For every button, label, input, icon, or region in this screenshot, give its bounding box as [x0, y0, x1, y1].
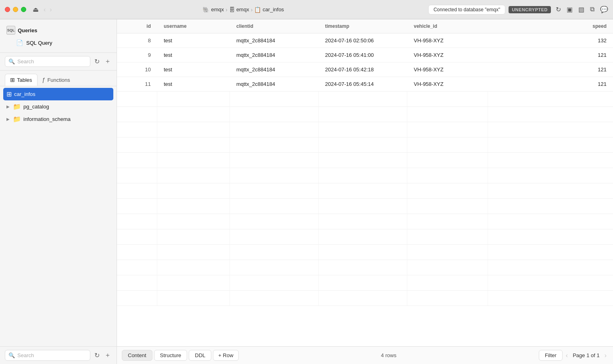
cell-vehicle-id: VH-958-XYZ [407, 62, 488, 77]
search-icon-top: 🔍 [8, 58, 15, 64]
sidebar-item-information-schema-label: information_schema [23, 116, 71, 122]
sql-file-icon: 📄 [16, 40, 23, 46]
maximize-button[interactable] [21, 7, 26, 12]
connection-badge: Connected to database "emqx" [428, 5, 505, 15]
main-layout: SQL Queries 📄 SQL Query 🔍 ↻ ＋ ⊞ [0, 19, 613, 364]
bottom-bar: Content Structure DDL + Row 4 rows Filte… [117, 346, 613, 364]
cell-username: test [157, 77, 230, 91]
sidebar-item-information-schema[interactable]: ▶ 📁 information_schema [3, 113, 113, 125]
pagination: ‹ Page 1 of 1 › [564, 351, 608, 360]
empty-row [117, 199, 613, 214]
cell-username: test [157, 62, 230, 77]
cell-clientid: mqttx_2c884184 [230, 62, 319, 77]
cell-id: 11 [117, 77, 157, 91]
refresh-icon[interactable]: ↻ [556, 6, 561, 13]
breadcrumb-sep-1: › [225, 6, 227, 13]
window-controls [5, 7, 26, 12]
breadcrumb-database-label: emqx [236, 6, 249, 12]
functions-tab-icon: ƒ [42, 77, 46, 83]
empty-row [117, 122, 613, 137]
cell-timestamp: 2024-07-16 05:42:18 [319, 62, 407, 77]
prev-page-button[interactable]: ‹ [564, 351, 569, 360]
breadcrumb-table[interactable]: 📋 car_infos [254, 6, 284, 13]
refresh-sidebar-button[interactable]: ↻ [94, 57, 100, 66]
empty-row [117, 214, 613, 229]
breadcrumb-sep-2: › [251, 6, 253, 13]
empty-row [117, 291, 613, 306]
tab-functions[interactable]: ƒ Functions [38, 74, 75, 86]
tab-content[interactable]: Content [122, 350, 152, 361]
empty-row [117, 260, 613, 275]
filter-button[interactable]: Filter [539, 350, 563, 361]
sidebar-item-car-infos-label: car_infos [14, 91, 35, 97]
cell-speed: 121 [488, 62, 613, 77]
empty-row [117, 153, 613, 168]
cell-speed: 121 [488, 48, 613, 62]
search-icon-bottom: 🔍 [8, 352, 15, 358]
sql-icon: SQL [6, 26, 15, 35]
minimize-button[interactable] [13, 7, 18, 12]
sidebar-item-pg-catalog-label: pg_catalog [23, 104, 49, 110]
titlebar-actions: ↻ ▣ ▧ ⧉ 💬 [556, 6, 608, 13]
cell-username: test [157, 33, 230, 48]
cell-id: 9 [117, 48, 157, 62]
page-label: Page 1 of 1 [573, 352, 600, 358]
table-row[interactable]: 8 test mqttx_2c884184 2024-07-16 02:50:0… [117, 33, 613, 48]
titlebar: ⏏ ‹ › 🐘 emqx › 🗄 emqx › 📋 car_infos Conn… [0, 0, 613, 19]
next-page-button[interactable]: › [603, 351, 608, 360]
sidebar-bottom-search: 🔍 ↻ ＋ [0, 346, 117, 364]
queries-section: SQL Queries 📄 SQL Query [0, 19, 117, 53]
empty-row [117, 245, 613, 260]
search-box-top[interactable]: 🔍 [5, 56, 90, 67]
expand-arrow-pg: ▶ [6, 104, 10, 109]
table-row[interactable]: 9 test mqttx_2c884184 2024-07-16 05:41:0… [117, 48, 613, 62]
expand-arrow-info: ▶ [6, 117, 10, 121]
empty-row [117, 229, 613, 245]
table-row[interactable]: 11 test mqttx_2c884184 2024-07-16 05:45:… [117, 77, 613, 92]
add-row-button[interactable]: + Row [213, 350, 238, 361]
sidebar-item-car-infos[interactable]: ⊞ car_infos [3, 88, 113, 100]
sidebar-items: ⊞ car_infos ▶ 📁 pg_catalog ▶ 📁 informati… [0, 86, 117, 346]
tab-structure[interactable]: Structure [154, 350, 188, 361]
tables-tab-label: Tables [17, 77, 32, 83]
cell-speed: 132 [488, 33, 613, 48]
refresh-bottom-button[interactable]: ↻ [94, 351, 100, 360]
table-icon: 📋 [254, 6, 261, 13]
nav-buttons: ‹ › [44, 6, 52, 13]
empty-row [117, 183, 613, 199]
chat-icon[interactable]: 💬 [600, 6, 608, 13]
cell-vehicle-id: VH-958-XYZ [407, 77, 488, 91]
col-header-timestamp: timestamp [319, 19, 407, 33]
cell-clientid: mqttx_2c884184 [230, 33, 319, 48]
cell-id: 8 [117, 33, 157, 48]
table-row[interactable]: 10 test mqttx_2c884184 2024-07-16 05:42:… [117, 62, 613, 77]
layout-right-icon[interactable]: ▧ [578, 6, 584, 13]
add-bottom-button[interactable]: ＋ [104, 350, 112, 360]
encrypted-badge: UNENCRYPTED [509, 6, 551, 13]
table-row-icon: ⊞ [6, 90, 12, 98]
eject-icon[interactable]: ⏏ [33, 6, 39, 13]
duplicate-icon[interactable]: ⧉ [590, 6, 594, 13]
col-header-speed: speed [488, 19, 613, 33]
table-header: id username clientid timestamp vehicle_i… [117, 19, 613, 33]
search-input-top[interactable] [17, 58, 87, 64]
back-button[interactable]: ‹ [44, 6, 46, 13]
tab-ddl[interactable]: DDL [189, 350, 211, 361]
search-box-bottom[interactable]: 🔍 [5, 350, 90, 361]
sidebar-item-pg-catalog[interactable]: ▶ 📁 pg_catalog [3, 100, 113, 113]
cell-clientid: mqttx_2c884184 [230, 77, 319, 91]
cell-timestamp: 2024-07-16 02:50:06 [319, 33, 407, 48]
empty-row [117, 168, 613, 183]
breadcrumb-server-label: emqx [211, 6, 224, 12]
layout-left-icon[interactable]: ▣ [567, 6, 573, 13]
breadcrumb-server[interactable]: 🐘 emqx [202, 6, 224, 13]
add-item-button[interactable]: ＋ [104, 56, 112, 67]
sql-query-item[interactable]: 📄 SQL Query [5, 37, 112, 48]
col-header-clientid: clientid [230, 19, 319, 33]
queries-label: Queries [18, 27, 37, 33]
tab-tables[interactable]: ⊞ Tables [5, 74, 38, 86]
breadcrumb-database[interactable]: 🗄 emqx [229, 6, 249, 13]
forward-button[interactable]: › [50, 6, 52, 13]
search-input-bottom[interactable] [17, 352, 87, 358]
close-button[interactable] [5, 7, 10, 12]
